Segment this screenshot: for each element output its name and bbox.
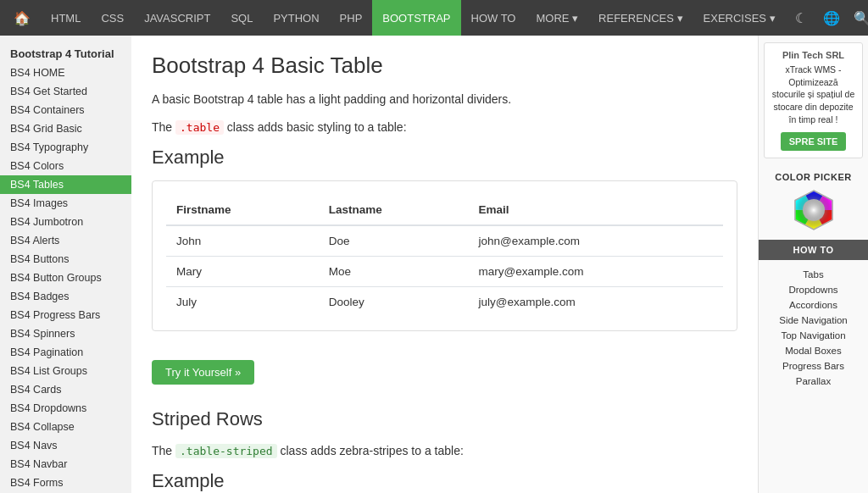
example1-table: Firstname Lastname Email John Doe john@e… <box>166 195 723 317</box>
sidebar-item-spinners[interactable]: BS4 Spinners <box>0 324 131 343</box>
cell-firstname-2: Mary <box>166 257 319 287</box>
example1-inner: Firstname Lastname Email John Doe john@e… <box>153 181 737 330</box>
nav-exercises[interactable]: EXERCISES ▾ <box>693 0 786 36</box>
cell-lastname-3: Dooley <box>319 287 469 318</box>
sidebar-item-dropdowns[interactable]: BS4 Dropdowns <box>0 399 131 418</box>
striped-section: Striped Rows The .table-striped class ad… <box>152 408 737 493</box>
sidebar-item-cards[interactable]: BS4 Cards <box>0 380 131 399</box>
table-class-desc-text: The <box>152 120 175 134</box>
spre-site-button[interactable]: SPRE SITE <box>781 132 846 151</box>
globe-icon[interactable]: 🌐 <box>816 0 847 36</box>
svg-point-8 <box>794 191 833 230</box>
nav-bootstrap[interactable]: BOOTSTRAP <box>372 0 460 36</box>
color-wheel-svg <box>791 187 837 233</box>
ad-company-name: Plin Tech SRL <box>771 50 855 60</box>
sidebar-item-tables[interactable]: BS4 Tables <box>0 175 131 194</box>
sidebar-item-get-started[interactable]: BS4 Get Started <box>0 82 131 101</box>
nav-css[interactable]: CSS <box>91 0 134 36</box>
try-yourself-button[interactable]: Try it Yourself » <box>152 360 254 385</box>
example1-section: Example Firstname Lastname Email <box>152 147 737 385</box>
table-row: Mary Moe mary@example.com <box>166 257 723 287</box>
howto-item-dropdowns[interactable]: Dropdowns <box>759 282 868 297</box>
nav-sql[interactable]: SQL <box>220 0 263 36</box>
howto-items: Tabs Dropdowns Accordions Side Navigatio… <box>759 263 868 392</box>
nav-home[interactable]: 🏠 <box>3 0 41 36</box>
howto-item-side-navigation[interactable]: Side Navigation <box>759 313 868 328</box>
top-navigation: 🏠 HTML CSS JAVASCRIPT SQL PYTHON PHP BOO… <box>0 0 868 36</box>
howto-item-parallax[interactable]: Parallax <box>759 374 868 389</box>
main-content: Bootstrap 4 Basic Table A basic Bootstra… <box>131 36 758 493</box>
striped-desc-text: The <box>152 444 175 457</box>
cell-firstname-1: John <box>166 225 319 257</box>
sidebar-item-typography[interactable]: BS4 Typography <box>0 138 131 157</box>
cell-email-2: mary@example.com <box>468 257 723 287</box>
sidebar-item-progress-bars[interactable]: BS4 Progress Bars <box>0 306 131 324</box>
nav-references[interactable]: REFERENCES ▾ <box>588 0 693 36</box>
table-body: John Doe john@example.com Mary Moe mary@… <box>166 225 723 317</box>
sidebar-item-list-groups[interactable]: BS4 List Groups <box>0 362 131 380</box>
sidebar-item-forms[interactable]: BS4 Forms <box>0 474 131 492</box>
search-icon[interactable]: 🔍 <box>847 0 868 36</box>
sidebar-item-navbar[interactable]: BS4 Navbar <box>0 455 131 474</box>
sidebar-item-grid-basic[interactable]: BS4 Grid Basic <box>0 119 131 138</box>
nav-html[interactable]: HTML <box>41 0 91 36</box>
howto-item-top-navigation[interactable]: Top Navigation <box>759 328 868 343</box>
sidebar-item-collapse[interactable]: BS4 Collapse <box>0 418 131 436</box>
right-sidebar: Plin Tech SRL xTrack WMS - Optimizează s… <box>758 36 868 493</box>
sidebar: Bootstrap 4 Tutorial BS4 HOME BS4 Get St… <box>0 36 131 493</box>
nav-python[interactable]: PYTHON <box>263 0 329 36</box>
nav-more[interactable]: MORE ▾ <box>526 0 588 36</box>
nav-php[interactable]: PHP <box>330 0 373 36</box>
table-class-desc: The .table class adds basic styling to a… <box>152 119 737 136</box>
cell-lastname-2: Moe <box>319 257 469 287</box>
striped-class-code: .table-striped <box>175 444 277 458</box>
sidebar-item-buttons[interactable]: BS4 Buttons <box>0 250 131 269</box>
intro-text: A basic Bootstrap 4 table has a light pa… <box>152 91 737 108</box>
howto-item-accordions[interactable]: Accordions <box>759 297 868 313</box>
sidebar-item-alerts[interactable]: BS4 Alerts <box>0 231 131 250</box>
page-layout: Bootstrap 4 Tutorial BS4 HOME BS4 Get St… <box>0 36 868 493</box>
cell-email-3: july@example.com <box>468 287 723 318</box>
table-header-row: Firstname Lastname Email <box>166 195 723 225</box>
table-row: July Dooley july@example.com <box>166 287 723 318</box>
table-head: Firstname Lastname Email <box>166 195 723 225</box>
sidebar-item-badges[interactable]: BS4 Badges <box>0 287 131 306</box>
cell-email-1: john@example.com <box>468 225 723 257</box>
sidebar-item-home[interactable]: BS4 HOME <box>0 64 131 82</box>
cell-lastname-1: Doe <box>319 225 469 257</box>
example1-label: Example <box>152 147 737 169</box>
nav-howto[interactable]: HOW TO <box>461 0 526 36</box>
theme-toggle-icon[interactable]: ☾ <box>786 0 816 36</box>
col-lastname: Lastname <box>319 195 469 225</box>
nav-right-icons: ☾ 🌐 🔍 <box>786 0 868 36</box>
sidebar-item-navs[interactable]: BS4 Navs <box>0 436 131 455</box>
color-picker-wheel[interactable] <box>791 187 837 233</box>
example2-label: Example <box>152 470 737 492</box>
cell-firstname-3: July <box>166 287 319 318</box>
table-class-suffix: class adds basic styling to a table: <box>224 120 407 134</box>
ad-box: Plin Tech SRL xTrack WMS - Optimizează s… <box>764 42 863 158</box>
sidebar-item-pagination[interactable]: BS4 Pagination <box>0 343 131 362</box>
sidebar-item-button-groups[interactable]: BS4 Button Groups <box>0 269 131 287</box>
sidebar-item-colors[interactable]: BS4 Colors <box>0 157 131 175</box>
howto-item-tabs[interactable]: Tabs <box>759 267 868 282</box>
sidebar-item-images[interactable]: BS4 Images <box>0 194 131 213</box>
color-picker-label: COLOR PICKER <box>762 172 865 182</box>
howto-heading: HOW TO <box>759 240 868 260</box>
table-row: John Doe john@example.com <box>166 225 723 257</box>
howto-item-modal-boxes[interactable]: Modal Boxes <box>759 343 868 358</box>
ad-description: xTrack WMS - Optimizează stocurile și sp… <box>771 64 855 125</box>
striped-desc: The .table-striped class adds zebra-stri… <box>152 442 737 460</box>
sidebar-item-containers[interactable]: BS4 Containers <box>0 101 131 119</box>
col-email: Email <box>468 195 723 225</box>
striped-desc-suffix: class adds zebra-stripes to a table: <box>277 444 464 457</box>
sidebar-item-jumbotron[interactable]: BS4 Jumbotron <box>0 213 131 231</box>
striped-title: Striped Rows <box>152 408 737 430</box>
example1-box: Firstname Lastname Email John Doe john@e… <box>152 180 737 331</box>
howto-item-progress-bars[interactable]: Progress Bars <box>759 358 868 374</box>
sidebar-title: Bootstrap 4 Tutorial <box>0 42 131 64</box>
color-picker-section: COLOR PICKER <box>759 165 868 240</box>
nav-javascript[interactable]: JAVASCRIPT <box>134 0 220 36</box>
table-class-code: .table <box>175 120 224 135</box>
page-title: Bootstrap 4 Basic Table <box>152 53 737 79</box>
